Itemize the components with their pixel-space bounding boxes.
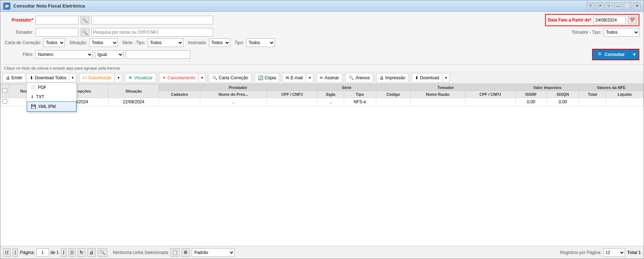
email-button[interactable]: ✉ E-mail (282, 73, 306, 83)
minimize-button[interactable]: — (614, 2, 622, 10)
prev-page-button[interactable]: ⟨ (13, 248, 18, 257)
sep-7 (315, 74, 315, 81)
th-liquido[interactable]: Líquido (606, 91, 644, 98)
prestador-search-input[interactable] (91, 16, 213, 24)
substituicao-dropdown[interactable]: ▼ (115, 73, 122, 83)
th-cadastro[interactable]: Cadastro (159, 91, 200, 98)
filtro-select[interactable]: Número (35, 50, 93, 59)
situacao-select[interactable]: Todos (89, 38, 118, 47)
search-status-button[interactable]: 🔍 (98, 248, 107, 257)
carta-correcao-button[interactable]: 🔍 Carta Correção (209, 73, 252, 83)
filtro-label: Filtro: (5, 52, 33, 57)
row-tipo: NFS-e (344, 98, 376, 106)
titlebar: 📁 Consultar Nota Fiscal Eletrônica ? ↗ ☆… (0, 0, 644, 12)
serie-select[interactable]: Todos (148, 38, 183, 47)
th-prestador[interactable]: Prestador (159, 84, 317, 91)
email-dropdown[interactable]: ▼ (307, 73, 313, 83)
download-arrow[interactable]: ▼ (443, 73, 449, 83)
row-checkbox-cell (1, 98, 9, 106)
next-page-button[interactable]: ⟩ (61, 248, 66, 257)
assinar-button[interactable]: ✏ Assinar (316, 73, 342, 83)
form-row-3: Carta de Correção: Todos Situação: Todos… (5, 38, 639, 47)
download-todos-arrow[interactable]: ▼ (70, 73, 76, 83)
tipo-select[interactable]: Todos (246, 38, 275, 47)
tomador-search-text[interactable] (91, 28, 213, 37)
sep-9 (375, 74, 375, 81)
tomador-tipo-select[interactable]: Todos (604, 28, 639, 37)
download-pdf-item[interactable]: 📄 PDF (27, 83, 76, 92)
visualizar-button[interactable]: 👁 Visualizar (125, 73, 156, 83)
x-icon: ✕ (162, 75, 166, 80)
row-data2: 22/08/2024 (109, 98, 159, 106)
visualizar-label: Visualizar (134, 75, 153, 80)
operador-select[interactable]: Igual (95, 50, 124, 59)
download-button[interactable]: ⬇ Download (412, 73, 442, 83)
th-codigo[interactable]: Código (376, 91, 410, 98)
substituicao-label: Substituição (88, 75, 111, 80)
select-all-checkbox[interactable] (3, 88, 7, 93)
consult-dropdown-button[interactable]: ▼ (630, 50, 639, 60)
impressao-button[interactable]: 🖨 Impressão (376, 73, 409, 83)
calendar-button[interactable]: 📅 (628, 16, 636, 24)
download-txt-item[interactable]: ⬇ TXT (27, 92, 76, 102)
tomador-tipo-label: Tomador - Tipo: (572, 30, 601, 35)
th-tomador[interactable]: Tomador (376, 84, 515, 91)
prestador-input[interactable] (35, 16, 78, 24)
row-issqn: 0,00 (547, 98, 579, 106)
th-cpf-tom[interactable]: CPF / CNPJ (465, 91, 515, 98)
th-valores-nfe[interactable]: Valores da NFE (579, 84, 644, 91)
consult-button[interactable]: 🔍 Consultar (593, 50, 630, 60)
th-situacao[interactable]: Situação (109, 84, 159, 98)
first-page-button[interactable]: ⟨⟨ (3, 248, 10, 257)
th-nome-razao[interactable]: Nome Razão (411, 91, 465, 98)
th-tipo[interactable]: Tipo (344, 91, 376, 98)
th-valor-impostos[interactable]: Valor Impostos (515, 84, 579, 91)
assinada-select[interactable]: Todos (209, 38, 230, 47)
download-todos-button[interactable]: ⬇ Download Todos (27, 73, 70, 83)
star-button[interactable]: ☆ (605, 2, 613, 10)
sep-5 (253, 74, 253, 81)
tomador-search-button[interactable]: 🔍 (81, 28, 89, 37)
th-serie[interactable]: Série (317, 84, 376, 91)
view-select[interactable]: Padrão (192, 248, 235, 257)
row-liquido (606, 98, 644, 106)
table-row[interactable]: → 22/08/2024 22/08/2024 .. .. NFS-e 0,00… (1, 98, 644, 106)
copia-button[interactable]: 🔄 Cópia (255, 73, 279, 83)
row-sigla: .. (317, 98, 344, 106)
anexos-button[interactable]: 🔍 Anexos (345, 73, 373, 83)
cancelamento-button[interactable]: ✕ Cancelamento (159, 73, 198, 83)
tomador-label: Tomador: (5, 30, 33, 35)
th-issrf[interactable]: ISSRF (515, 91, 547, 98)
data-input[interactable] (593, 16, 626, 24)
print-status-button[interactable]: 🖨 (87, 248, 96, 257)
last-page-button[interactable]: ⟩⟩ (68, 248, 76, 257)
prestador-search-button[interactable]: 🔍 (81, 16, 89, 24)
share-button[interactable]: ↗ (596, 2, 604, 10)
th-issqn[interactable]: ISSQN (547, 91, 579, 98)
cancelamento-label: Cancelamento (167, 75, 195, 80)
filtro-value-input[interactable] (126, 50, 190, 59)
cancelamento-dropdown[interactable]: ▼ (199, 73, 206, 83)
th-nome-pres[interactable]: Nome do Pres... (200, 91, 267, 98)
help-button[interactable]: ? (586, 2, 594, 10)
refresh-button[interactable]: ↻ (78, 248, 85, 257)
th-total[interactable]: Total (579, 91, 606, 98)
close-button[interactable]: ✕ (633, 2, 641, 10)
carta-select[interactable]: Todos (43, 38, 65, 47)
maximize-button[interactable]: ⬜ (624, 2, 631, 10)
th-cpf-pres[interactable]: CPF / CNPJ (267, 91, 317, 98)
sep-2 (123, 74, 124, 81)
copy-status-button[interactable]: 📋 (170, 248, 180, 257)
settings-button[interactable]: ⚙ (182, 248, 190, 257)
substituicao-icon: 🏷 (82, 75, 87, 80)
th-sigla[interactable]: Sigla (317, 91, 344, 98)
download-xmlipm-item[interactable]: 💾 XML IPM (27, 102, 76, 112)
emitir-button[interactable]: 🖨 Emitir (3, 73, 26, 83)
row-checkbox[interactable] (3, 99, 7, 104)
substituicao-button[interactable]: 🏷 Substituição (79, 73, 115, 83)
hint-bar: Clique no título da coluna e arraste aqu… (0, 65, 644, 72)
page-input[interactable] (36, 249, 49, 256)
reg-per-page-select[interactable]: 12 (604, 248, 625, 257)
app-icon: 📁 (3, 3, 10, 10)
tomador-input[interactable] (35, 28, 78, 37)
